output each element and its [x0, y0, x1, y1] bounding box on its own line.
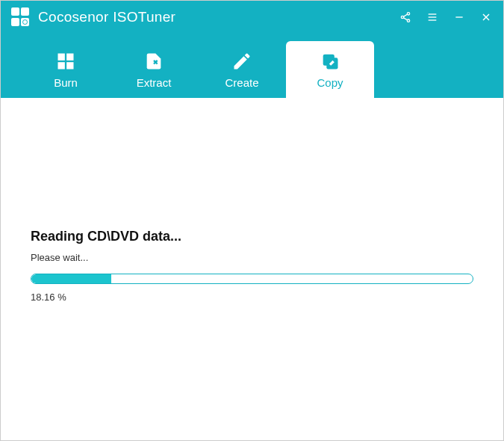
window-controls	[399, 10, 493, 24]
pencil-icon	[231, 51, 252, 72]
tab-label: Copy	[317, 76, 343, 89]
header: Cocosenor ISOTuner	[1, 1, 503, 98]
tab-label: Extract	[137, 76, 172, 89]
tab-copy[interactable]: Copy	[286, 41, 374, 98]
progress-bar	[31, 274, 473, 284]
progress-percent: 18.16 %	[31, 292, 473, 303]
content-area: Reading CD\DVD data... Please wait... 18…	[1, 98, 503, 440]
tab-label: Create	[225, 76, 258, 89]
menu-icon[interactable]	[426, 10, 439, 24]
tab-extract[interactable]: Extract	[110, 41, 198, 98]
svg-rect-14	[66, 62, 73, 69]
status-title: Reading CD\DVD data...	[31, 229, 473, 244]
titlebar: Cocosenor ISOTuner	[1, 1, 503, 34]
svg-line-3	[403, 14, 407, 16]
tab-create[interactable]: Create	[198, 41, 286, 98]
extract-icon	[143, 51, 164, 72]
grid-icon	[55, 51, 76, 72]
svg-rect-13	[58, 62, 65, 69]
app-window: Cocosenor ISOTuner	[0, 0, 504, 441]
app-logo-icon	[11, 7, 31, 27]
status-subtitle: Please wait...	[31, 252, 473, 263]
tab-label: Burn	[54, 76, 78, 89]
copy-icon	[320, 51, 340, 72]
svg-line-4	[403, 18, 407, 20]
minimize-button[interactable]	[452, 10, 466, 24]
app-title: Cocosenor ISOTuner	[38, 9, 175, 25]
share-icon[interactable]	[399, 10, 412, 24]
svg-rect-12	[66, 53, 73, 60]
svg-rect-11	[58, 53, 65, 60]
close-button[interactable]	[479, 10, 493, 24]
tabs: Burn Extract Create	[1, 34, 503, 98]
tab-burn[interactable]: Burn	[22, 41, 110, 98]
progress-fill	[31, 274, 111, 283]
